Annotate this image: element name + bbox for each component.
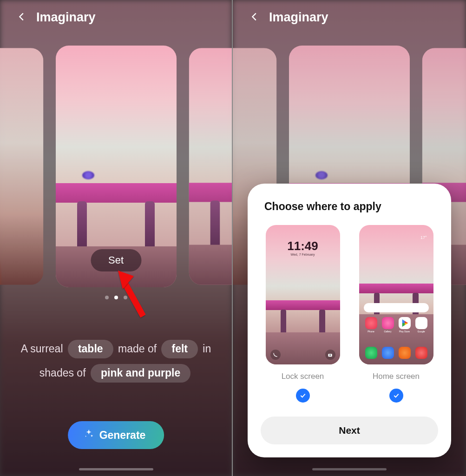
svg-point-1 [329, 354, 331, 356]
prompt-text: A surreal table made of felt in shades o… [11, 337, 221, 385]
apply-modal: Choose where to apply 11:49 Wed, 7 Febru… [248, 184, 451, 457]
set-button[interactable]: Set [91, 249, 141, 271]
wallpaper-carousel[interactable]: Set [0, 41, 232, 292]
generate-button[interactable]: Generate [68, 421, 164, 449]
app-icon: Gallery [382, 317, 394, 329]
prompt-chip-subject[interactable]: table [68, 340, 113, 358]
back-icon[interactable] [249, 12, 260, 24]
sparkle-icon [84, 429, 94, 442]
header: Imaginary [249, 10, 328, 25]
home-indicator[interactable] [312, 468, 387, 470]
app-icon [415, 347, 427, 359]
header: Imaginary [17, 10, 96, 25]
home-screen-preview: 17° Phone Gallery Play Store Google [359, 225, 433, 364]
option-label: Lock screen [282, 372, 324, 381]
app-icon [382, 347, 394, 359]
lock-time: 11:49 [266, 239, 340, 253]
checkmark-icon[interactable] [296, 389, 310, 403]
dot-active[interactable] [114, 296, 118, 299]
search-bar [364, 303, 429, 312]
lock-screen-preview: 11:49 Wed, 7 February [266, 225, 340, 364]
app-icon: Phone [365, 317, 377, 329]
screenshot-right: Imaginary Choose where to apply [233, 0, 466, 476]
wallpaper-card-active[interactable]: Set [56, 46, 177, 287]
page-title: Imaginary [269, 10, 328, 25]
dot[interactable] [124, 296, 127, 299]
option-lock-screen[interactable]: 11:49 Wed, 7 February Lock screen [261, 225, 345, 403]
screenshot-left: Imaginary Set [0, 0, 233, 476]
wallpaper-card-next[interactable] [189, 48, 233, 285]
prompt-chip-material[interactable]: felt [161, 340, 198, 358]
app-icon [365, 347, 377, 359]
back-icon[interactable] [17, 12, 27, 24]
carousel-dots [0, 296, 232, 299]
option-label: Home screen [373, 372, 420, 381]
app-dock [359, 347, 433, 359]
camera-shortcut-icon [325, 350, 335, 360]
prompt-chip-color[interactable]: pink and purple [91, 364, 190, 383]
next-button[interactable]: Next [261, 416, 438, 444]
app-icon: Google [415, 317, 427, 329]
home-indicator[interactable] [79, 468, 153, 470]
weather-widget: 17° [420, 235, 427, 240]
checkmark-icon[interactable] [389, 389, 403, 403]
page-title: Imaginary [36, 10, 96, 25]
wallpaper-card-prev[interactable] [0, 48, 43, 285]
option-home-screen[interactable]: 17° Phone Gallery Play Store Google [354, 225, 438, 403]
modal-title: Choose where to apply [264, 200, 438, 213]
lock-date: Wed, 7 February [266, 253, 340, 256]
app-icon: Play Store [399, 317, 411, 329]
app-row: Phone Gallery Play Store Google [359, 317, 433, 329]
app-icon [399, 347, 411, 359]
phone-shortcut-icon [270, 350, 281, 360]
generate-label: Generate [99, 429, 146, 442]
dot[interactable] [105, 296, 109, 299]
